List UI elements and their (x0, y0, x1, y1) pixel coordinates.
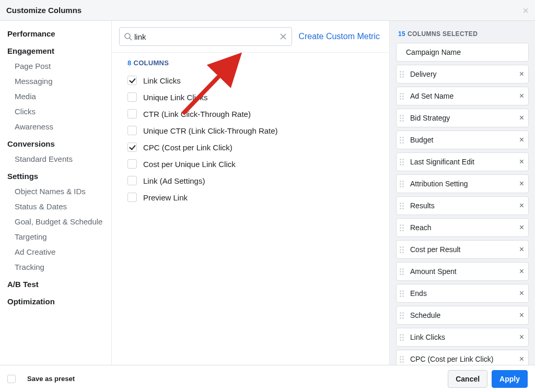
sidebar-item[interactable]: Targeting (0, 229, 111, 244)
selected-column-pill[interactable]: Amount Spent× (396, 262, 529, 281)
sidebar-item[interactable]: Status & Dates (0, 199, 111, 214)
drag-handle-icon[interactable] (400, 224, 407, 231)
remove-column-icon[interactable]: × (519, 267, 524, 276)
column-option-checkbox[interactable] (127, 76, 137, 85)
remove-column-icon[interactable]: × (519, 136, 524, 144)
selected-column-pill[interactable]: Budget× (396, 130, 529, 149)
search-input[interactable] (132, 32, 279, 41)
sidebar-item[interactable]: Awareness (0, 119, 111, 134)
selected-column-label: Link Clicks (410, 333, 519, 341)
selected-column-pill[interactable]: Link Clicks× (396, 328, 529, 347)
column-option-label: CTR (Link Click-Through Rate) (143, 110, 251, 118)
remove-column-icon[interactable]: × (519, 223, 524, 232)
selected-column-pill[interactable]: Bid Strategy× (396, 109, 529, 127)
sidebar-item[interactable]: Optimization (0, 292, 111, 309)
sidebar-item[interactable]: Clicks (0, 104, 111, 119)
remove-column-icon[interactable]: × (519, 70, 524, 78)
column-options-list: Link ClicksUnique Link ClicksCTR (Link C… (112, 70, 389, 213)
column-option-label: Link Clicks (143, 76, 181, 85)
columns-count-suffix: COLUMNS (132, 59, 169, 67)
column-option-checkbox[interactable] (127, 92, 137, 102)
column-option[interactable]: Preview Link (127, 189, 382, 206)
column-option[interactable]: CTR (Link Click-Through Rate) (127, 105, 382, 122)
selected-column-label: CPC (Cost per Link Click) (410, 355, 519, 363)
sidebar-item[interactable]: Settings (0, 167, 111, 184)
dialog-header: Customize Columns × (0, 0, 535, 21)
selected-column-label: Bid Strategy (410, 114, 519, 122)
remove-column-icon[interactable]: × (519, 289, 524, 298)
category-sidebar: PerformanceEngagementPage PostMessagingM… (0, 21, 112, 365)
column-option-checkbox[interactable] (127, 109, 137, 118)
column-option[interactable]: Unique CTR (Link Click-Through Rate) (127, 122, 382, 139)
drag-handle-icon[interactable] (400, 312, 407, 319)
sidebar-item[interactable]: Goal, Budget & Schedule (0, 214, 111, 229)
sidebar-item[interactable]: Ad Creative (0, 244, 111, 259)
selected-column-pill[interactable]: Results× (396, 196, 529, 215)
sidebar-item[interactable]: Tracking (0, 259, 111, 275)
selected-column-pill[interactable]: Ends× (396, 284, 529, 303)
drag-handle-icon[interactable] (400, 334, 407, 341)
sidebar-item[interactable]: Messaging (0, 74, 111, 89)
clear-search-icon[interactable] (279, 32, 287, 41)
selected-column-label: Attribution Setting (410, 180, 519, 188)
save-as-preset-checkbox[interactable] (7, 375, 16, 383)
sidebar-item[interactable]: Page Post (0, 58, 111, 74)
selected-column-pill[interactable]: Cost per Result× (396, 240, 529, 259)
drag-handle-icon[interactable] (400, 71, 407, 78)
drag-handle-icon[interactable] (400, 159, 407, 165)
column-option-checkbox[interactable] (127, 176, 137, 185)
sidebar-item[interactable]: A/B Test (0, 275, 111, 292)
selected-column-pill[interactable]: Schedule× (396, 306, 529, 325)
selected-column-pill[interactable]: Attribution Setting× (396, 174, 529, 193)
drag-handle-icon[interactable] (400, 356, 407, 363)
column-option-checkbox[interactable] (127, 159, 137, 169)
remove-column-icon[interactable]: × (519, 158, 524, 166)
column-option-checkbox[interactable] (127, 126, 137, 135)
column-option[interactable]: Cost per Unique Link Click (127, 156, 382, 172)
cancel-button[interactable]: Cancel (448, 370, 487, 388)
drag-handle-icon[interactable] (400, 203, 407, 209)
remove-column-icon[interactable]: × (519, 245, 524, 254)
sidebar-item[interactable]: Object Names & IDs (0, 184, 111, 199)
remove-column-icon[interactable]: × (519, 311, 524, 319)
create-custom-metric-link[interactable]: Create Custom Metric (298, 32, 382, 41)
remove-column-icon[interactable]: × (519, 355, 524, 363)
sidebar-item[interactable]: Conversions (0, 134, 111, 151)
save-as-preset-toggle[interactable]: Save as preset (7, 375, 75, 383)
search-icon (124, 32, 132, 41)
drag-handle-icon[interactable] (400, 290, 407, 297)
column-option[interactable]: Link Clicks (127, 72, 382, 89)
column-option[interactable]: Unique Link Clicks (127, 89, 382, 105)
sidebar-item[interactable]: Engagement (0, 41, 111, 58)
drag-handle-icon[interactable] (400, 268, 407, 275)
drag-handle-icon[interactable] (400, 115, 407, 122)
sidebar-item[interactable]: Standard Events (0, 151, 111, 167)
remove-column-icon[interactable]: × (519, 114, 524, 122)
selected-column-pill[interactable]: Delivery× (396, 65, 529, 84)
apply-button[interactable]: Apply (492, 370, 528, 388)
drag-handle-icon[interactable] (400, 93, 407, 100)
selected-column-pill[interactable]: Campaign Name (396, 43, 529, 62)
close-icon[interactable]: × (522, 5, 529, 16)
column-option[interactable]: Link (Ad Settings) (127, 172, 382, 189)
selected-column-pill[interactable]: Last Significant Edit× (396, 152, 529, 171)
column-option-checkbox[interactable] (127, 142, 137, 152)
drag-handle-icon[interactable] (400, 137, 407, 144)
remove-column-icon[interactable]: × (519, 333, 524, 341)
selected-column-pill[interactable]: Ad Set Name× (396, 87, 529, 105)
columns-count-number: 8 (127, 59, 132, 67)
drag-handle-icon[interactable] (400, 181, 407, 187)
sidebar-item[interactable]: Media (0, 89, 111, 104)
remove-column-icon[interactable]: × (519, 201, 524, 210)
selected-columns-panel: 15 COLUMNS SELECTED Campaign NameDeliver… (390, 21, 535, 365)
selected-column-pill[interactable]: Reach× (396, 218, 529, 237)
drag-handle-icon[interactable] (400, 246, 407, 253)
sidebar-item[interactable]: Performance (0, 24, 111, 41)
remove-column-icon[interactable]: × (519, 92, 524, 100)
remove-column-icon[interactable]: × (519, 180, 524, 188)
selected-column-pill[interactable]: CPC (Cost per Link Click)× (396, 350, 529, 365)
column-option[interactable]: CPC (Cost per Link Click) (127, 139, 382, 156)
column-option-checkbox[interactable] (127, 193, 137, 202)
search-box[interactable] (119, 27, 292, 46)
column-option-label: Cost per Unique Link Click (143, 160, 236, 169)
